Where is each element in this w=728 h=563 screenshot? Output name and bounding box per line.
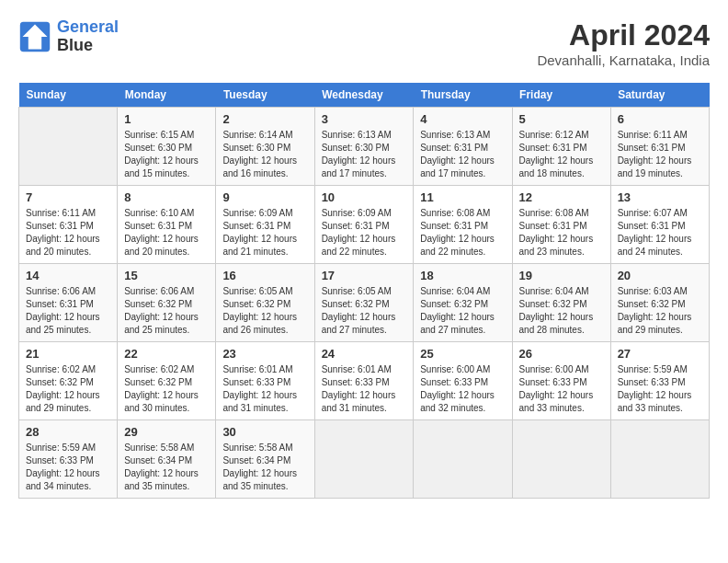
calendar-cell <box>610 420 709 499</box>
calendar-cell: 29Sunrise: 5:58 AM Sunset: 6:34 PM Dayli… <box>118 420 216 499</box>
calendar-cell: 3Sunrise: 6:13 AM Sunset: 6:30 PM Daylig… <box>314 108 414 186</box>
day-info: Sunrise: 6:11 AM Sunset: 6:31 PM Dayligh… <box>618 129 702 180</box>
title-block: April 2024 Devanhalli, Karnataka, India <box>537 18 710 68</box>
calendar-cell: 8Sunrise: 6:10 AM Sunset: 6:31 PM Daylig… <box>118 186 216 264</box>
day-number: 2 <box>222 112 307 126</box>
calendar-cell <box>414 420 512 499</box>
day-info: Sunrise: 5:59 AM Sunset: 6:33 PM Dayligh… <box>26 442 110 493</box>
day-info: Sunrise: 6:08 AM Sunset: 6:31 PM Dayligh… <box>519 207 604 259</box>
day-info: Sunrise: 6:00 AM Sunset: 6:33 PM Dayligh… <box>519 363 604 415</box>
calendar-cell: 13Sunrise: 6:07 AM Sunset: 6:31 PM Dayli… <box>610 186 709 264</box>
calendar-cell: 1Sunrise: 6:15 AM Sunset: 6:30 PM Daylig… <box>118 108 216 186</box>
day-number: 23 <box>222 347 307 361</box>
day-number: 19 <box>519 269 604 282</box>
day-info: Sunrise: 6:13 AM Sunset: 6:30 PM Dayligh… <box>322 129 407 180</box>
logo-text: GeneralBlue <box>57 18 119 55</box>
day-info: Sunrise: 6:07 AM Sunset: 6:31 PM Dayligh… <box>618 207 702 259</box>
week-row-5: 28Sunrise: 5:59 AM Sunset: 6:33 PM Dayli… <box>19 420 710 499</box>
day-info: Sunrise: 5:58 AM Sunset: 6:34 PM Dayligh… <box>124 442 209 493</box>
header-day-tuesday: Tuesday <box>216 83 314 108</box>
calendar-cell: 27Sunrise: 5:59 AM Sunset: 6:33 PM Dayli… <box>610 342 709 420</box>
calendar-table: SundayMondayTuesdayWednesdayThursdayFrid… <box>18 83 710 499</box>
day-number: 8 <box>124 190 209 204</box>
day-number: 25 <box>420 347 505 361</box>
day-info: Sunrise: 6:02 AM Sunset: 6:32 PM Dayligh… <box>26 363 110 415</box>
day-number: 16 <box>222 269 307 282</box>
calendar-cell: 24Sunrise: 6:01 AM Sunset: 6:33 PM Dayli… <box>314 342 414 420</box>
day-info: Sunrise: 6:03 AM Sunset: 6:32 PM Dayligh… <box>618 285 702 337</box>
day-number: 26 <box>519 347 604 361</box>
week-row-4: 21Sunrise: 6:02 AM Sunset: 6:32 PM Dayli… <box>19 342 710 420</box>
day-info: Sunrise: 6:04 AM Sunset: 6:32 PM Dayligh… <box>420 285 505 337</box>
day-info: Sunrise: 6:12 AM Sunset: 6:31 PM Dayligh… <box>519 129 604 180</box>
calendar-cell: 23Sunrise: 6:01 AM Sunset: 6:33 PM Dayli… <box>216 342 314 420</box>
calendar-body: 1Sunrise: 6:15 AM Sunset: 6:30 PM Daylig… <box>19 108 710 499</box>
calendar-cell: 11Sunrise: 6:08 AM Sunset: 6:31 PM Dayli… <box>414 186 512 264</box>
day-info: Sunrise: 6:01 AM Sunset: 6:33 PM Dayligh… <box>322 363 407 415</box>
day-info: Sunrise: 6:09 AM Sunset: 6:31 PM Dayligh… <box>222 207 307 259</box>
page-header: GeneralBlue April 2024 Devanhalli, Karna… <box>18 18 710 68</box>
day-number: 30 <box>222 425 307 439</box>
week-row-1: 1Sunrise: 6:15 AM Sunset: 6:30 PM Daylig… <box>19 108 710 186</box>
day-number: 7 <box>26 190 110 204</box>
day-info: Sunrise: 6:01 AM Sunset: 6:33 PM Dayligh… <box>222 363 307 415</box>
day-info: Sunrise: 6:05 AM Sunset: 6:32 PM Dayligh… <box>222 285 307 337</box>
day-info: Sunrise: 6:00 AM Sunset: 6:33 PM Dayligh… <box>420 363 505 415</box>
day-number: 24 <box>322 347 407 361</box>
calendar-cell: 2Sunrise: 6:14 AM Sunset: 6:30 PM Daylig… <box>216 108 314 186</box>
day-info: Sunrise: 6:06 AM Sunset: 6:32 PM Dayligh… <box>124 285 209 337</box>
calendar-cell: 4Sunrise: 6:13 AM Sunset: 6:31 PM Daylig… <box>414 108 512 186</box>
day-number: 17 <box>322 269 407 282</box>
day-info: Sunrise: 5:59 AM Sunset: 6:33 PM Dayligh… <box>618 363 702 415</box>
day-info: Sunrise: 6:10 AM Sunset: 6:31 PM Dayligh… <box>124 207 209 259</box>
calendar-header: SundayMondayTuesdayWednesdayThursdayFrid… <box>19 83 710 108</box>
calendar-cell: 30Sunrise: 5:58 AM Sunset: 6:34 PM Dayli… <box>216 420 314 499</box>
day-number: 18 <box>420 269 505 282</box>
main-title: April 2024 <box>537 18 710 52</box>
day-info: Sunrise: 6:09 AM Sunset: 6:31 PM Dayligh… <box>322 207 407 259</box>
day-info: Sunrise: 6:02 AM Sunset: 6:32 PM Dayligh… <box>124 363 209 415</box>
calendar-cell: 26Sunrise: 6:00 AM Sunset: 6:33 PM Dayli… <box>512 342 610 420</box>
day-number: 27 <box>618 347 702 361</box>
day-number: 5 <box>519 112 604 126</box>
calendar-cell: 9Sunrise: 6:09 AM Sunset: 6:31 PM Daylig… <box>216 186 314 264</box>
logo-icon <box>18 20 51 53</box>
day-number: 28 <box>26 425 110 439</box>
day-number: 13 <box>618 190 702 204</box>
calendar-cell: 15Sunrise: 6:06 AM Sunset: 6:32 PM Dayli… <box>118 264 216 342</box>
header-day-sunday: Sunday <box>19 83 118 108</box>
day-info: Sunrise: 6:08 AM Sunset: 6:31 PM Dayligh… <box>420 207 505 259</box>
calendar-cell: 5Sunrise: 6:12 AM Sunset: 6:31 PM Daylig… <box>512 108 610 186</box>
header-day-thursday: Thursday <box>414 83 512 108</box>
day-number: 10 <box>322 190 407 204</box>
day-number: 14 <box>26 269 110 282</box>
calendar-cell: 7Sunrise: 6:11 AM Sunset: 6:31 PM Daylig… <box>19 186 118 264</box>
week-row-2: 7Sunrise: 6:11 AM Sunset: 6:31 PM Daylig… <box>19 186 710 264</box>
day-info: Sunrise: 6:13 AM Sunset: 6:31 PM Dayligh… <box>420 129 505 180</box>
header-day-wednesday: Wednesday <box>314 83 414 108</box>
day-number: 3 <box>322 112 407 126</box>
calendar-cell: 19Sunrise: 6:04 AM Sunset: 6:32 PM Dayli… <box>512 264 610 342</box>
calendar-cell: 22Sunrise: 6:02 AM Sunset: 6:32 PM Dayli… <box>118 342 216 420</box>
calendar-cell: 10Sunrise: 6:09 AM Sunset: 6:31 PM Dayli… <box>314 186 414 264</box>
week-row-3: 14Sunrise: 6:06 AM Sunset: 6:31 PM Dayli… <box>19 264 710 342</box>
calendar-cell: 17Sunrise: 6:05 AM Sunset: 6:32 PM Dayli… <box>314 264 414 342</box>
day-info: Sunrise: 6:14 AM Sunset: 6:30 PM Dayligh… <box>222 129 307 180</box>
day-info: Sunrise: 6:04 AM Sunset: 6:32 PM Dayligh… <box>519 285 604 337</box>
subtitle: Devanhalli, Karnataka, India <box>537 52 710 68</box>
day-number: 15 <box>124 269 209 282</box>
calendar-cell <box>19 108 118 186</box>
calendar-cell: 28Sunrise: 5:59 AM Sunset: 6:33 PM Dayli… <box>19 420 118 499</box>
calendar-cell: 12Sunrise: 6:08 AM Sunset: 6:31 PM Dayli… <box>512 186 610 264</box>
day-number: 22 <box>124 347 209 361</box>
calendar-cell <box>512 420 610 499</box>
header-day-friday: Friday <box>512 83 610 108</box>
day-number: 1 <box>124 112 209 126</box>
header-day-monday: Monday <box>118 83 216 108</box>
header-day-saturday: Saturday <box>610 83 709 108</box>
day-number: 6 <box>618 112 702 126</box>
day-info: Sunrise: 6:05 AM Sunset: 6:32 PM Dayligh… <box>322 285 407 337</box>
calendar-cell: 25Sunrise: 6:00 AM Sunset: 6:33 PM Dayli… <box>414 342 512 420</box>
calendar-cell: 21Sunrise: 6:02 AM Sunset: 6:32 PM Dayli… <box>19 342 118 420</box>
logo: GeneralBlue <box>18 18 119 55</box>
